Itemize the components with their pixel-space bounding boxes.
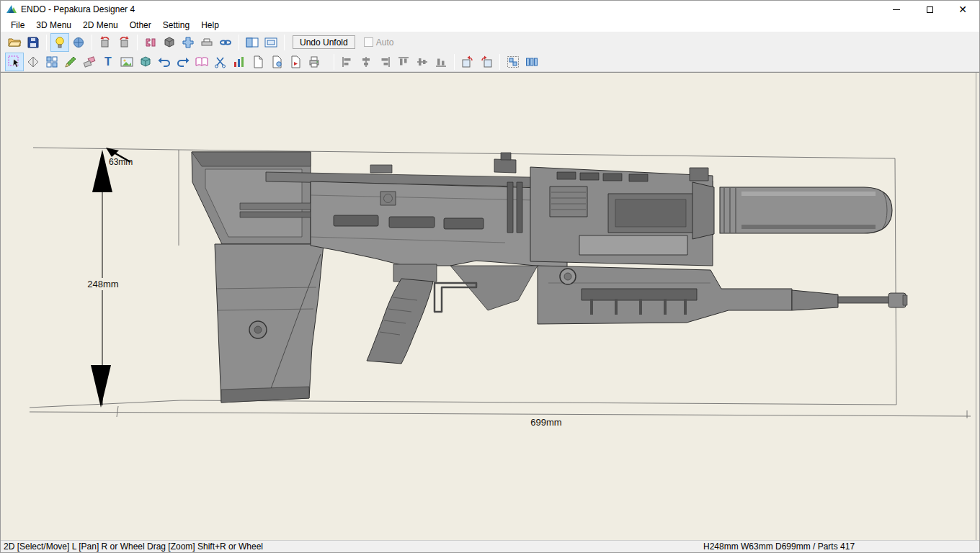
rotate-ccw-button[interactable] xyxy=(458,53,477,71)
draw-line-button[interactable] xyxy=(61,53,80,71)
status-dimensions-text: H248mm W63mm D699mm / Parts 417 xyxy=(703,541,855,552)
redo-arrow-icon xyxy=(176,55,190,69)
arrange-parts-button[interactable] xyxy=(504,53,522,71)
texture-sphere-icon xyxy=(71,35,86,50)
solid-view-button[interactable] xyxy=(160,33,179,52)
text-tool-button[interactable]: T xyxy=(99,53,117,71)
flatten-icon xyxy=(200,35,214,50)
sync-views-button[interactable] xyxy=(216,33,235,52)
material-view-button[interactable] xyxy=(136,53,155,71)
open-file-button[interactable] xyxy=(5,33,24,52)
maximize-icon xyxy=(927,6,933,13)
menu-file[interactable]: File xyxy=(5,19,30,32)
close-button[interactable]: ✕ xyxy=(946,1,979,18)
save-button[interactable] xyxy=(24,33,43,52)
align-center-button[interactable] xyxy=(357,53,375,71)
redo-button[interactable] xyxy=(174,53,192,71)
toolbar-separator xyxy=(137,35,138,50)
model-drawing xyxy=(192,152,907,403)
image-icon xyxy=(120,55,134,69)
align-bottom-button[interactable] xyxy=(432,53,450,71)
align-right-button[interactable] xyxy=(375,53,394,71)
light-bulb-icon xyxy=(53,35,67,50)
menu-help[interactable]: Help xyxy=(195,19,225,32)
toggle-light-button[interactable] xyxy=(50,33,69,52)
eraser-button[interactable] xyxy=(80,53,99,71)
width-dim-label: 699mm xyxy=(530,417,561,428)
toolbar-separator xyxy=(454,54,455,70)
edit-joints-button[interactable] xyxy=(141,33,160,52)
undo-unfold-button[interactable]: Undo Unfold xyxy=(293,35,355,49)
title-bar: ENDO - Pepakura Designer 4 ✕ xyxy=(1,1,979,18)
align-right-icon xyxy=(378,55,392,69)
statistics-button[interactable] xyxy=(230,53,249,71)
toolbar-separator xyxy=(92,35,92,50)
toolbar-main: Undo Unfold Auto xyxy=(1,32,979,52)
auto-checkbox[interactable]: Auto xyxy=(364,37,394,48)
bar-chart-icon xyxy=(232,55,246,69)
svg-text:T: T xyxy=(104,55,112,68)
minimize-icon xyxy=(893,9,900,10)
flatten-view-button[interactable] xyxy=(197,33,216,52)
texture-view-button[interactable] xyxy=(69,33,88,52)
arrange-icon xyxy=(506,55,520,69)
align-left-button[interactable] xyxy=(338,53,357,71)
new-page-button[interactable] xyxy=(249,53,267,71)
single-pane-layout-button[interactable] xyxy=(262,33,280,52)
app-window: ENDO - Pepakura Designer 4 ✕ File 3D Men… xyxy=(0,0,980,553)
toolbar-2d: T xyxy=(1,52,979,72)
minimize-button[interactable] xyxy=(880,1,913,18)
open-spread-button[interactable] xyxy=(192,53,211,71)
menu-bar: File 3D Menu 2D Menu Other Setting Help xyxy=(1,18,979,32)
open-folder-icon xyxy=(7,35,22,50)
align-top-button[interactable] xyxy=(394,53,413,71)
save-icon xyxy=(26,35,40,50)
app-icon xyxy=(6,4,17,15)
viewport-2d[interactable]: 248mm 63mm 699mm xyxy=(1,72,979,540)
align-middle-icon xyxy=(415,55,429,69)
two-pane-layout-button[interactable] xyxy=(243,33,262,52)
rotate-right-icon xyxy=(117,35,131,50)
checkbox-icon xyxy=(364,37,373,47)
print-button[interactable] xyxy=(305,53,324,71)
unfold-button[interactable] xyxy=(179,33,197,52)
cut-parts-button[interactable] xyxy=(211,53,230,71)
distribute-parts-button[interactable] xyxy=(522,53,541,71)
diamond-icon xyxy=(26,55,40,69)
insert-image-button[interactable] xyxy=(117,53,136,71)
check-parts-button[interactable] xyxy=(43,53,61,71)
auto-checkbox-label: Auto xyxy=(376,37,394,48)
toolbar-separator xyxy=(46,35,47,50)
menu-3d[interactable]: 3D Menu xyxy=(30,19,77,32)
printer-icon xyxy=(307,55,321,69)
select-move-button[interactable] xyxy=(5,53,24,71)
align-middle-button[interactable] xyxy=(413,53,432,71)
rotate-ccw-icon xyxy=(460,55,475,69)
status-bar: 2D [Select/Move] L [Pan] R or Wheel Drag… xyxy=(1,540,979,552)
undo-arrow-icon xyxy=(157,55,172,69)
height-dim-label: 248mm xyxy=(87,279,118,289)
align-left-icon xyxy=(340,55,355,69)
pencil-icon xyxy=(63,55,78,69)
refresh-page-button[interactable] xyxy=(286,53,305,71)
rotate-model-left-button[interactable] xyxy=(96,33,115,52)
align-center-icon xyxy=(359,55,373,69)
parts-grid-icon xyxy=(45,55,59,69)
material-cube-icon xyxy=(138,55,153,69)
select-cursor-icon xyxy=(7,55,22,69)
eraser-icon xyxy=(82,55,97,69)
undo-button[interactable] xyxy=(155,53,174,71)
divide-part-button[interactable] xyxy=(24,53,43,71)
rotate-model-right-button[interactable] xyxy=(115,33,133,52)
rotate-cw-button[interactable] xyxy=(477,53,496,71)
scissors-icon xyxy=(213,55,228,69)
height-dimension: 248mm xyxy=(82,150,124,408)
close-icon: ✕ xyxy=(958,4,967,14)
maximize-button[interactable] xyxy=(913,1,946,18)
menu-2d[interactable]: 2D Menu xyxy=(77,19,124,32)
distribute-icon xyxy=(525,55,539,69)
page-setup-button[interactable] xyxy=(267,53,286,71)
menu-other[interactable]: Other xyxy=(124,19,157,32)
align-top-icon xyxy=(396,55,411,69)
menu-setting[interactable]: Setting xyxy=(157,19,195,32)
